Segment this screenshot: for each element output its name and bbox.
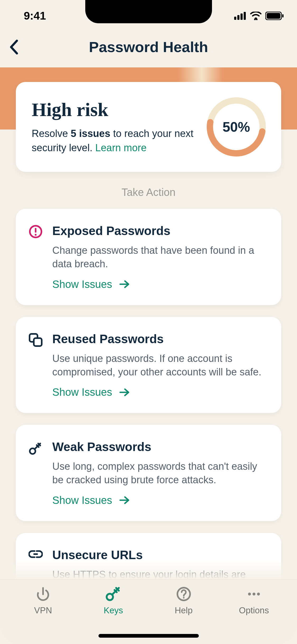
risk-level-title: High risk	[32, 99, 198, 121]
action-desc: Use long, complex passwords that can't e…	[52, 460, 268, 487]
tab-label: Keys	[104, 605, 123, 615]
action-desc: Change passwords that have been found in…	[52, 244, 268, 271]
svg-rect-1	[237, 15, 239, 20]
action-card-reused: Reused Passwords Use unique passwords. I…	[16, 317, 281, 413]
chevron-left-icon	[9, 40, 18, 54]
cellular-icon	[234, 12, 246, 20]
svg-point-21	[248, 593, 251, 596]
show-issues-link[interactable]: Show Issues	[52, 386, 130, 398]
svg-rect-0	[234, 17, 236, 20]
battery-icon	[265, 12, 284, 20]
tab-label: Help	[175, 605, 193, 615]
status-time: 9:41	[24, 10, 46, 22]
svg-rect-6	[267, 13, 280, 19]
tab-vpn[interactable]: VPN	[17, 586, 69, 644]
tab-label: VPN	[34, 605, 52, 615]
gauge-percent: 50%	[206, 96, 267, 157]
action-title: Unsecure URLs	[52, 548, 268, 562]
security-gauge: 50%	[206, 96, 267, 157]
alert-circle-icon	[29, 224, 43, 290]
page-title: Password Health	[89, 38, 208, 56]
wifi-icon	[250, 12, 262, 20]
take-action-label: Take Action	[16, 186, 281, 198]
risk-summary-card: High risk Resolve 5 issues to reach your…	[16, 82, 281, 172]
svg-point-12	[35, 234, 37, 236]
svg-rect-7	[282, 14, 284, 17]
svg-point-20	[183, 597, 185, 599]
svg-point-22	[252, 593, 255, 596]
arrow-right-icon	[119, 280, 130, 288]
svg-rect-2	[241, 13, 243, 20]
arrow-right-icon	[119, 388, 130, 397]
copy-icon	[29, 332, 43, 398]
action-card-weak: Weak Passwords Use long, complex passwor…	[16, 425, 281, 521]
action-desc: Use unique passwords. If one account is …	[52, 352, 268, 379]
key-tab-icon	[105, 586, 121, 602]
home-indicator[interactable]	[98, 634, 199, 638]
nav-header: Password Health	[0, 26, 297, 67]
action-title: Exposed Passwords	[52, 224, 268, 238]
action-title: Reused Passwords	[52, 332, 268, 346]
status-indicators	[234, 12, 284, 20]
tab-options[interactable]: Options	[228, 586, 280, 644]
tab-label: Options	[239, 605, 269, 615]
show-issues-link[interactable]: Show Issues	[52, 494, 130, 506]
svg-point-23	[257, 593, 260, 596]
issues-count: 5 issues	[71, 128, 110, 139]
show-issues-link[interactable]: Show Issues	[52, 278, 130, 290]
back-button[interactable]	[6, 39, 22, 55]
more-icon	[246, 586, 262, 602]
action-card-exposed: Exposed Passwords Change passwords that …	[16, 209, 281, 305]
svg-point-4	[255, 17, 257, 20]
svg-rect-11	[35, 228, 36, 233]
power-icon	[35, 586, 51, 602]
svg-rect-14	[34, 338, 42, 346]
action-title: Weak Passwords	[52, 440, 268, 454]
learn-more-link[interactable]: Learn more	[95, 142, 147, 153]
key-icon	[29, 440, 43, 506]
arrow-right-icon	[119, 496, 130, 504]
help-icon	[176, 586, 191, 602]
svg-rect-3	[244, 12, 246, 20]
risk-description: Resolve 5 issues to reach your next secu…	[32, 127, 198, 155]
